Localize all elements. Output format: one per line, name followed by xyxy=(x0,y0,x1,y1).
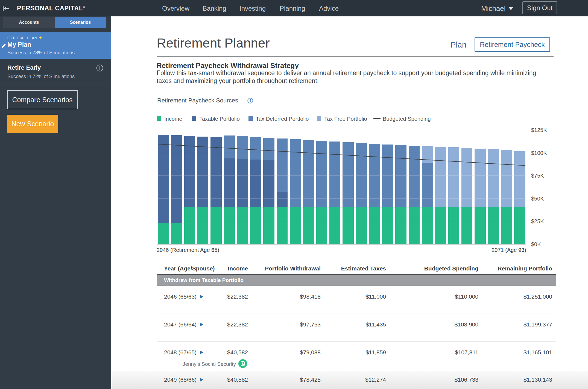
svg-text:$: $ xyxy=(242,362,244,366)
